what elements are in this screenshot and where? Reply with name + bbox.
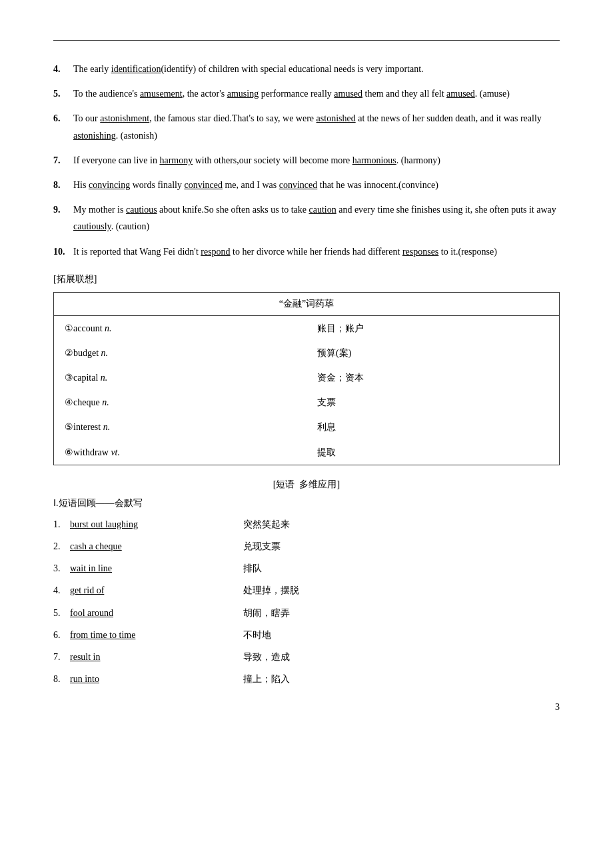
phrase-english-3: wait in line	[70, 560, 243, 577]
phrase-underline-1: burst out laughing	[70, 519, 138, 529]
finance-row-5-chinese: 利息	[306, 415, 560, 439]
numbered-items-list: 4. The early identification(identify) of…	[53, 61, 560, 260]
finance-row-4-chinese: 支票	[306, 390, 560, 415]
word-harmonious: harmonious	[352, 155, 396, 165]
phrase-underline-2: cash a cheque	[70, 541, 122, 551]
list-item: 7. If everyone can live in harmony with …	[53, 152, 560, 169]
word-caution: caution	[308, 205, 336, 215]
phrase-underline-6: from time to time	[70, 630, 135, 640]
item-content-8: His convincing words finally convinced m…	[73, 177, 560, 193]
phrase-chinese-3: 排队	[243, 560, 560, 577]
finance-row-6-chinese: 提取	[306, 440, 560, 465]
finance-row-2-english: ②budget n.	[54, 341, 307, 365]
finance-row-1-english: ①account n.	[54, 315, 307, 341]
item-content-4: The early identification(identify) of ch…	[73, 61, 560, 77]
top-line	[53, 40, 560, 41]
list-item: 6. from time to time 不时地	[53, 627, 560, 643]
list-item: 10. It is reported that Wang Fei didn't …	[53, 243, 560, 260]
phrase-chinese-6: 不时地	[243, 627, 560, 643]
phrase-underline-8: run into	[70, 674, 99, 684]
phrase-english-6: from time to time	[70, 627, 243, 643]
list-item: 8. run into 撞上；陷入	[53, 671, 560, 687]
word-convinced-2: convinced	[279, 180, 318, 190]
phrase-number-4: 4.	[53, 582, 70, 599]
phrase-number-3: 3.	[53, 560, 70, 577]
page-number: 3	[555, 702, 560, 713]
list-item: 6. To our astonishment, the famous star …	[53, 110, 560, 143]
phrase-underline-5: fool around	[70, 608, 113, 618]
word-convincing: convincing	[89, 180, 130, 190]
phrase-chinese-5: 胡闹，瞎弄	[243, 605, 560, 621]
phrase-number-2: 2.	[53, 538, 70, 555]
list-item: 9. My mother is cautious about knife.So …	[53, 201, 560, 235]
table-row: ⑥withdraw vt. 提取	[54, 440, 560, 465]
item-content-6: To our astonishment, the famous star die…	[73, 110, 560, 143]
page-container: 4. The early identification(identify) of…	[0, 0, 613, 733]
phrase-chinese-1: 突然笑起来	[243, 516, 560, 533]
phrase-underline-3: wait in line	[70, 563, 112, 573]
finance-row-4-english: ④cheque n.	[54, 390, 307, 415]
phrase-section-header: [短语 多维应用]	[53, 479, 560, 491]
phrase-number-7: 7.	[53, 649, 70, 665]
list-item: 7. result in 导致，造成	[53, 649, 560, 665]
phrase-number-8: 8.	[53, 671, 70, 687]
finance-row-3-english: ③capital n.	[54, 365, 307, 390]
word-amused-2: amused	[446, 89, 475, 99]
item-content-5: To the audience's amusement, the actor's…	[73, 85, 560, 102]
word-astonishing: astonishing	[73, 131, 116, 141]
phrase-number-6: 6.	[53, 627, 70, 643]
finance-row-6-english: ⑥withdraw vt.	[54, 440, 307, 465]
list-item: 1. burst out laughing 突然笑起来	[53, 516, 560, 533]
list-item: 4. The early identification(identify) of…	[53, 61, 560, 77]
phrase-list: 1. burst out laughing 突然笑起来 2. cash a ch…	[53, 516, 560, 688]
finance-row-2-chinese: 预算(案)	[306, 341, 560, 365]
phrase-chinese-2: 兑现支票	[243, 538, 560, 555]
word-identification: identification	[111, 64, 161, 74]
word-astonishment: astonishment	[100, 113, 149, 123]
item-number-6: 6.	[53, 110, 73, 143]
item-number-9: 9.	[53, 201, 73, 235]
word-amusement: amusement	[140, 89, 183, 99]
item-number-5: 5.	[53, 85, 73, 102]
word-amused-1: amused	[334, 89, 362, 99]
phrase-underline-7: result in	[70, 652, 101, 662]
phrase-chinese-4: 处理掉，摆脱	[243, 582, 560, 599]
word-cautiously: cautiously	[73, 221, 111, 231]
table-row: ⑤interest n. 利息	[54, 415, 560, 439]
phrase-review-label: Ⅰ.短语回顾——会默写	[53, 497, 560, 509]
phrase-english-4: get rid of	[70, 582, 243, 599]
list-item: 5. fool around 胡闹，瞎弄	[53, 605, 560, 621]
phrase-english-7: result in	[70, 649, 243, 665]
table-row: ①account n. 账目；账户	[54, 315, 560, 341]
phrase-english-2: cash a cheque	[70, 538, 243, 555]
phrase-section: [短语 多维应用] Ⅰ.短语回顾——会默写 1. burst out laugh…	[53, 479, 560, 688]
word-convinced-1: convinced	[184, 180, 223, 190]
word-astonished: astonished	[316, 113, 356, 123]
item-content-10: It is reported that Wang Fei didn't resp…	[73, 243, 560, 260]
word-responses: responses	[402, 247, 438, 257]
finance-table: “金融”词药荜 ①account n. 账目；账户 ②budget n. 预算(…	[53, 292, 560, 465]
list-item: 8. His convincing words finally convince…	[53, 177, 560, 193]
item-number-4: 4.	[53, 61, 73, 77]
finance-row-3-chinese: 资金；资本	[306, 365, 560, 390]
item-number-10: 10.	[53, 243, 73, 260]
table-row: ④cheque n. 支票	[54, 390, 560, 415]
word-respond: respond	[201, 247, 230, 257]
expand-section-label: [拓展联想]	[53, 273, 560, 285]
finance-row-1-chinese: 账目；账户	[306, 315, 560, 341]
table-row: ②budget n. 预算(案)	[54, 341, 560, 365]
list-item: 5. To the audience's amusement, the acto…	[53, 85, 560, 102]
list-item: 4. get rid of 处理掉，摆脱	[53, 582, 560, 599]
word-amusing: amusing	[227, 89, 259, 99]
finance-row-5-english: ⑤interest n.	[54, 415, 307, 439]
phrase-underline-4: get rid of	[70, 585, 104, 595]
list-item: 2. cash a cheque 兑现支票	[53, 538, 560, 555]
phrase-english-8: run into	[70, 671, 243, 687]
list-item: 3. wait in line 排队	[53, 560, 560, 577]
phrase-english-5: fool around	[70, 605, 243, 621]
phrase-chinese-7: 导致，造成	[243, 649, 560, 665]
phrase-number-1: 1.	[53, 516, 70, 533]
word-harmony: harmony	[159, 155, 193, 165]
phrase-number-5: 5.	[53, 605, 70, 621]
item-number-7: 7.	[53, 152, 73, 169]
